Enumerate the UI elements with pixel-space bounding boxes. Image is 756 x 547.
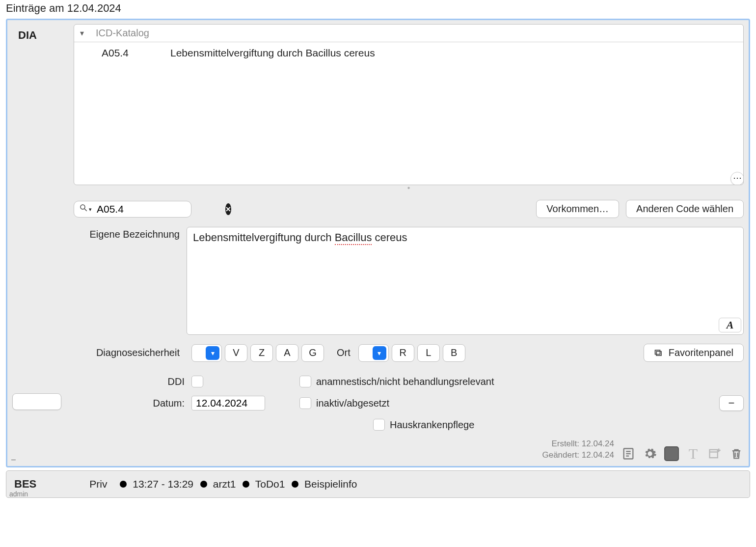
new-entry-icon[interactable] — [707, 446, 722, 461]
diagnosesicherheit-label: Diagnosesicherheit — [74, 347, 187, 358]
desc-text-part: cereus — [372, 231, 407, 244]
anamnestisch-checkbox-row[interactable]: anamnestisch/nicht behandlungsrelevant — [299, 376, 714, 387]
dot-icon — [120, 481, 127, 488]
ort-chip-r[interactable]: R — [392, 344, 414, 362]
diagnosesicherheit-select[interactable]: ▾ — [191, 344, 222, 362]
inaktiv-label: inaktiv/abgesetzt — [316, 398, 389, 409]
dia-panel: DIA ▾ ICD-Katalog A05.4 Lebensmittelverg… — [6, 19, 750, 467]
icd-catalog-header[interactable]: ▾ ICD-Katalog — [74, 25, 743, 42]
bes-status-bar: BES admin Priv 13:27 - 13:29 arzt1 ToDo1… — [6, 470, 750, 498]
hauskrankenpflege-checkbox-row[interactable]: Hauskrankenpflege — [299, 419, 714, 431]
icd-search-input[interactable]: ▾ ✕ — [74, 201, 191, 218]
chevron-down-icon: ▾ — [89, 206, 92, 213]
anamnestisch-label: anamnestisch/nicht behandlungsrelevant — [316, 376, 494, 387]
chevron-down-icon: ▾ — [373, 346, 386, 360]
ort-select[interactable]: ▾ — [358, 344, 389, 362]
meta-timestamps: Erstellt: 12.04.24 Geändert: 12.04.24 — [74, 438, 614, 461]
user-label: arzt1 — [213, 478, 236, 490]
stack-icon — [654, 348, 664, 358]
icd-search-field[interactable] — [97, 203, 225, 215]
svg-rect-2 — [656, 351, 661, 355]
ort-chip-b[interactable]: B — [443, 344, 465, 362]
desc-text-spellcheck: Bacillus — [335, 231, 372, 245]
clear-icon[interactable]: ✕ — [225, 203, 231, 215]
dot-icon — [200, 481, 207, 488]
anamnestisch-checkbox[interactable] — [299, 376, 311, 387]
font-style-button[interactable]: A — [719, 318, 741, 332]
ort-chip-l[interactable]: L — [417, 344, 440, 362]
sidebar-tag-dia: DIA — [18, 29, 37, 42]
remove-button[interactable]: − — [719, 395, 744, 411]
icd-text: Lebensmittelvergiftung durch Bacillus ce… — [170, 47, 375, 59]
priv-label: Priv — [89, 478, 107, 490]
collapse-handle-icon[interactable]: – — [11, 455, 16, 464]
favoritenpanel-label: Favoritenpanel — [669, 347, 733, 358]
bes-tag: BES — [14, 478, 36, 491]
category-field[interactable] — [12, 393, 61, 410]
eigene-bezeichnung-field[interactable]: Lebensmittelvergiftung durch Bacillus ce… — [187, 227, 744, 335]
diag-chip-a[interactable]: A — [276, 344, 298, 362]
desc-text-part: Lebensmittelvergiftung durch — [193, 231, 335, 244]
datum-label: Datum: — [74, 398, 191, 409]
icd-catalog-box: ▾ ICD-Katalog A05.4 Lebensmittelvergiftu… — [74, 24, 744, 185]
chevron-down-icon: ▾ — [206, 346, 219, 360]
ddi-checkbox[interactable] — [191, 376, 203, 387]
chevron-down-icon: ▾ — [80, 28, 84, 38]
text-tool-icon[interactable]: T — [686, 446, 701, 461]
admin-label: admin — [9, 490, 28, 498]
inaktiv-checkbox-row[interactable]: inaktiv/abgesetzt — [299, 397, 714, 409]
diag-chip-v[interactable]: V — [225, 344, 247, 362]
gear-icon[interactable] — [643, 446, 657, 461]
hauskrankenpflege-checkbox[interactable] — [373, 419, 385, 431]
icd-catalog-header-label: ICD-Katalog — [96, 27, 149, 39]
icd-catalog-row[interactable]: A05.4 Lebensmittelvergiftung durch Bacil… — [74, 42, 743, 64]
time-range: 13:27 - 13:29 — [133, 478, 193, 490]
info-label: Beispielinfo — [304, 478, 357, 490]
page-title: Einträge am 12.04.2024 — [0, 0, 756, 19]
ort-label: Ort — [337, 347, 351, 358]
hauskrankenpflege-label: Hauskrankenpflege — [390, 419, 474, 431]
svg-rect-8 — [710, 450, 718, 458]
svg-rect-3 — [655, 350, 660, 354]
dot-icon — [292, 481, 298, 488]
notes-icon[interactable] — [621, 446, 636, 461]
vorkommen-button[interactable]: Vorkommen… — [536, 200, 619, 218]
diag-chip-g[interactable]: G — [301, 344, 324, 362]
datum-field[interactable] — [191, 396, 265, 410]
icd-code: A05.4 — [102, 47, 156, 59]
resize-handle-icon[interactable]: • — [74, 185, 744, 191]
inaktiv-checkbox[interactable] — [299, 397, 311, 409]
ddi-label: DDI — [74, 376, 191, 387]
trash-icon[interactable] — [729, 446, 744, 461]
search-icon — [79, 203, 88, 215]
todo-label: ToDo1 — [255, 478, 285, 490]
svg-point-0 — [81, 205, 85, 209]
favoritenpanel-button[interactable]: Favoritenpanel — [644, 344, 744, 362]
diag-chip-z[interactable]: Z — [250, 344, 273, 362]
svg-line-1 — [84, 209, 87, 211]
eigene-bezeichnung-label: Eigene Bezeichnung — [74, 227, 187, 335]
anderen-code-button[interactable]: Anderen Code wählen — [626, 200, 744, 218]
dot-icon — [243, 481, 249, 488]
more-icon[interactable]: ⋯ — [730, 172, 744, 185]
view-icon[interactable] — [664, 446, 679, 461]
